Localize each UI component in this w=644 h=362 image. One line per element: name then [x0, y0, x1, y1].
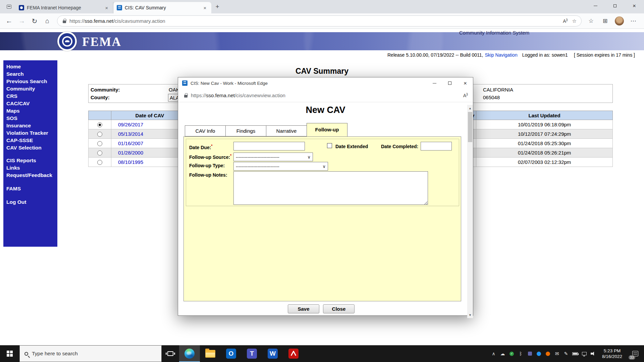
- dialog-address-bar[interactable]: https://sso.fema.net/cis/cavnewview.acti…: [178, 89, 473, 102]
- dialog-maximize-button[interactable]: [442, 77, 458, 89]
- teams-tray-icon[interactable]: [525, 345, 534, 362]
- blue-app-tray-icon[interactable]: [534, 345, 543, 362]
- home-button[interactable]: ⌂: [41, 15, 54, 27]
- scroll-up-icon[interactable]: ▲: [467, 105, 473, 111]
- minimize-button[interactable]: [586, 0, 605, 11]
- forward-button[interactable]: →: [15, 15, 28, 27]
- row-radio[interactable]: [97, 141, 102, 146]
- follow-up-type-select[interactable]: ------------------------------ ∨: [233, 162, 328, 171]
- battery-icon[interactable]: [571, 345, 580, 362]
- new-tab-button[interactable]: +: [213, 2, 222, 11]
- sidebar-item-cac-cav[interactable]: CAC/CAV: [6, 100, 56, 107]
- close-window-button[interactable]: ×: [625, 0, 644, 11]
- tab-findings[interactable]: Findings: [225, 125, 266, 136]
- taskbar-app-word[interactable]: W: [262, 345, 283, 362]
- community-label: Community:: [91, 87, 120, 93]
- page-title: CAV Summary: [0, 67, 644, 76]
- read-aloud-icon[interactable]: A)): [563, 18, 567, 24]
- sidebar-item-previous-search[interactable]: Previous Search: [6, 78, 56, 85]
- sidebar-item-fams[interactable]: FAMS: [6, 185, 56, 192]
- favorites-icon[interactable]: ☆: [585, 15, 597, 27]
- cav-date-link[interactable]: 05/13/2014: [118, 131, 143, 137]
- taskbar-app-edge[interactable]: [179, 345, 200, 362]
- tab-fema-intranet[interactable]: FEMA Intranet Homepage ×: [15, 2, 113, 13]
- follow-up-source-select[interactable]: ------------------------------ ∨: [233, 153, 313, 161]
- tab-cav-info[interactable]: CAV Info: [185, 125, 226, 136]
- sidebar-item-cav-selection[interactable]: CAV Selection: [6, 144, 56, 152]
- sidebar-item-violation-tracker[interactable]: Violation Tracker: [6, 129, 56, 137]
- row-radio[interactable]: [97, 150, 102, 156]
- tab-narrative[interactable]: Narrative: [266, 125, 307, 136]
- display-network-icon[interactable]: [580, 345, 589, 362]
- hidden-icons-chevron[interactable]: ∧: [489, 345, 498, 362]
- restore-button[interactable]: [605, 0, 625, 11]
- orange-app-tray-icon[interactable]: [543, 345, 552, 362]
- last-updated-header: Last Updated: [476, 111, 613, 120]
- search-input[interactable]: [32, 351, 146, 357]
- row-radio-selected[interactable]: [97, 122, 102, 127]
- skip-navigation-link[interactable]: Skip Navigation: [485, 52, 517, 58]
- close-tab-icon[interactable]: ×: [202, 5, 208, 11]
- row-radio[interactable]: [97, 160, 102, 165]
- date-completed-input[interactable]: [421, 142, 452, 150]
- security-status-icon[interactable]: ✓: [507, 345, 516, 362]
- tab-follow-up[interactable]: Follow-up: [307, 123, 347, 136]
- sidebar-item-insurance[interactable]: Insurance: [6, 122, 56, 129]
- taskbar-app-acrobat[interactable]: [283, 345, 304, 362]
- start-button[interactable]: [0, 345, 19, 362]
- collections-icon[interactable]: ⊞: [599, 15, 611, 27]
- sidebar-item-community[interactable]: Community: [6, 85, 56, 93]
- volume-icon[interactable]: [589, 345, 598, 362]
- pen-tray-icon[interactable]: ✎: [561, 345, 571, 362]
- sidebar-item-cap-ssse[interactable]: CAP-SSSE: [6, 137, 56, 144]
- mail-tray-icon[interactable]: ✉: [552, 345, 561, 362]
- read-aloud-icon[interactable]: A)): [463, 93, 468, 98]
- date-extended-checkbox[interactable]: [327, 143, 332, 148]
- close-button[interactable]: Close: [323, 304, 355, 313]
- sidebar-item-sos[interactable]: SOS: [6, 115, 56, 122]
- dialog-scrollbar[interactable]: ▲ ▼: [467, 105, 473, 318]
- sidebar-item-request-feedback[interactable]: Request/Feedback: [6, 172, 56, 179]
- scrollbar-thumb[interactable]: [468, 112, 472, 142]
- url-host: sso.fema.net: [206, 93, 235, 98]
- profile-avatar[interactable]: [613, 15, 625, 27]
- action-center-button[interactable]: 33: [627, 345, 644, 362]
- back-button[interactable]: ←: [3, 15, 15, 27]
- tab-cav-summary[interactable]: CIS: CAV Summary ×: [113, 2, 211, 13]
- tab-actions-icon[interactable]: [4, 2, 14, 12]
- dialog-minimize-button[interactable]: [427, 77, 442, 89]
- more-options-icon[interactable]: ⋯: [627, 15, 639, 27]
- taskbar-search[interactable]: [19, 345, 162, 362]
- follow-up-notes-textarea[interactable]: [233, 171, 428, 205]
- task-view-button[interactable]: [162, 345, 179, 362]
- save-button[interactable]: Save: [288, 304, 319, 313]
- sidebar-item-maps[interactable]: Maps: [6, 107, 56, 115]
- address-bar[interactable]: https://sso.fema.net/cis/cavsummary.acti…: [57, 15, 582, 26]
- taskbar-clock[interactable]: 5:23 PM 8/16/2022: [598, 348, 627, 359]
- refresh-button[interactable]: ↻: [28, 15, 41, 27]
- dialog-title-bar[interactable]: CIS: New Cav - Work - Microsoft Edge ×: [178, 77, 473, 89]
- close-tab-icon[interactable]: ×: [104, 5, 110, 11]
- scroll-down-icon[interactable]: ▼: [467, 312, 473, 318]
- date-due-input[interactable]: [233, 142, 305, 150]
- onedrive-icon[interactable]: ☁: [498, 345, 507, 362]
- cav-date-link[interactable]: 09/26/2017: [118, 122, 143, 127]
- add-favorite-icon[interactable]: ☆: [572, 18, 577, 24]
- cav-date-link[interactable]: 01/16/2007: [118, 140, 143, 146]
- avatar: [615, 16, 624, 25]
- sidebar-item-cis-reports[interactable]: CIS Reports: [6, 157, 56, 164]
- cav-date-link[interactable]: 08/10/1995: [118, 159, 143, 165]
- taskbar-app-teams[interactable]: T: [241, 345, 262, 362]
- sidebar-item-log-out[interactable]: Log Out: [6, 198, 56, 206]
- cav-date-link[interactable]: 01/28/2000: [118, 150, 143, 156]
- sidebar-item-crs[interactable]: CRS: [6, 93, 56, 100]
- select-column-header: [89, 111, 111, 120]
- taskbar-app-outlook[interactable]: O: [221, 345, 241, 362]
- sidebar-item-links[interactable]: Links: [6, 164, 56, 172]
- lock-icon: [63, 20, 66, 23]
- app-title: Community Information System: [459, 30, 529, 36]
- taskbar-app-file-explorer[interactable]: [200, 345, 221, 362]
- bluetooth-icon[interactable]: ᛒ: [516, 345, 525, 362]
- row-radio[interactable]: [97, 132, 102, 137]
- dialog-close-button[interactable]: ×: [458, 77, 473, 89]
